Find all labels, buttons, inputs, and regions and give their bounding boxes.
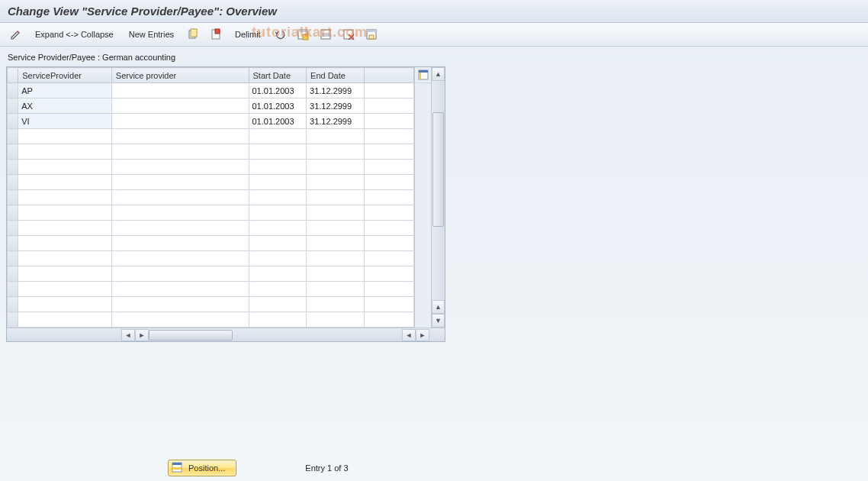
expand-collapse-button[interactable]: Expand <-> Collapse	[31, 30, 118, 39]
row-selector[interactable]	[8, 312, 18, 328]
svg-rect-14	[419, 70, 428, 73]
cell-sp-key[interactable]: AP	[18, 83, 112, 98]
print-icon[interactable]	[362, 26, 381, 43]
position-label: Position...	[188, 463, 225, 473]
position-button[interactable]: Position...	[168, 460, 236, 476]
svg-rect-5	[298, 30, 307, 32]
row-selector[interactable]	[8, 205, 18, 221]
new-entries-button[interactable]: New Entries	[124, 30, 178, 39]
cell-continuation[interactable]	[364, 83, 413, 98]
svg-rect-11	[367, 30, 376, 32]
table-row-empty[interactable]	[8, 129, 414, 144]
page-title: Change View "Service Provider/Payee": Ov…	[8, 5, 277, 18]
cell-sp-desc[interactable]	[111, 114, 249, 129]
table-row-empty[interactable]	[8, 266, 414, 282]
delete-icon[interactable]	[206, 26, 226, 43]
cell-start-date[interactable]: 01.01.2003	[249, 114, 307, 129]
entry-count-label: Entry 1 of 3	[305, 463, 348, 473]
select-block-icon[interactable]	[316, 26, 336, 43]
row-selector[interactable]	[8, 221, 18, 236]
table-row-empty[interactable]	[8, 205, 414, 221]
cell-start-date[interactable]: 01.01.2003	[249, 83, 307, 98]
table-row-empty[interactable]	[8, 297, 414, 312]
scroll-down-small-icon[interactable]: ▲	[432, 300, 445, 314]
toolbar: Expand <-> Collapse New Entries Delimit …	[0, 23, 868, 47]
configure-columns-icon[interactable]	[415, 67, 431, 83]
table-row-empty[interactable]	[8, 221, 414, 236]
svg-rect-8	[321, 33, 330, 37]
row-selector[interactable]	[8, 160, 18, 175]
col-header-end-date[interactable]: End Date	[307, 68, 365, 83]
row-selector[interactable]	[8, 251, 18, 266]
row-selector[interactable]	[8, 114, 18, 129]
table-row[interactable]: AX01.01.200331.12.2999	[8, 98, 414, 114]
scroll-down-icon[interactable]: ▼	[432, 314, 445, 328]
col-header-continuation[interactable]	[364, 68, 413, 83]
table-row-empty[interactable]	[8, 144, 414, 160]
position-icon	[172, 462, 184, 474]
copy-as-icon[interactable]	[183, 26, 203, 43]
toggle-display-change-icon[interactable]	[6, 26, 26, 43]
table-row-empty[interactable]	[8, 236, 414, 251]
cell-sp-key[interactable]: AX	[18, 98, 112, 114]
cell-end-date[interactable]: 31.12.2999	[307, 114, 365, 129]
svg-rect-17	[172, 463, 182, 465]
row-selector[interactable]	[8, 144, 18, 160]
deselect-all-icon[interactable]	[339, 26, 358, 43]
table-row-empty[interactable]	[8, 282, 414, 297]
table-row[interactable]: VI01.01.200331.12.2999	[8, 114, 414, 129]
cell-sp-desc[interactable]	[111, 98, 249, 114]
table-row-empty[interactable]	[8, 251, 414, 266]
row-selector[interactable]	[8, 236, 18, 251]
svg-rect-3	[215, 29, 220, 34]
scroll-right-icon[interactable]: ►	[416, 329, 429, 341]
svg-rect-12	[369, 35, 374, 39]
scroll-left-icon[interactable]: ◄	[121, 329, 135, 341]
table-row-empty[interactable]	[8, 160, 414, 175]
row-selector[interactable]	[8, 190, 18, 205]
cell-end-date[interactable]: 31.12.2999	[307, 83, 365, 98]
col-header-serviceprovider-desc[interactable]: Service provider	[111, 68, 249, 83]
title-bar: Change View "Service Provider/Payee": Ov…	[0, 0, 868, 23]
row-selector[interactable]	[8, 129, 18, 144]
svg-rect-18	[172, 467, 182, 470]
row-selector[interactable]	[8, 297, 18, 312]
horizontal-scrollbar[interactable]: ◄ ► ◄ ►	[7, 328, 445, 341]
subtitle-label: Service Provider/Payee : German accounti…	[0, 47, 868, 65]
row-selector[interactable]	[8, 83, 18, 98]
cell-sp-desc[interactable]	[111, 83, 249, 98]
svg-rect-6	[303, 34, 308, 40]
undo-change-icon[interactable]	[270, 26, 290, 43]
scroll-up-icon[interactable]: ▲	[432, 67, 445, 81]
table-row-empty[interactable]	[8, 190, 414, 205]
table-row-empty[interactable]	[8, 312, 414, 328]
delimit-button[interactable]: Delimit	[230, 30, 265, 39]
row-selector[interactable]	[8, 98, 18, 114]
table-row[interactable]: AP01.01.200331.12.2999	[8, 83, 414, 98]
col-header-serviceprovider-key[interactable]: ServiceProvider	[18, 68, 112, 83]
svg-rect-15	[419, 73, 421, 79]
vertical-scrollbar[interactable]: ▲ ▲ ▼	[431, 67, 445, 328]
row-selector[interactable]	[8, 282, 18, 297]
col-header-start-date[interactable]: Start Date	[249, 68, 307, 83]
grid-table[interactable]: ServiceProvider Service provider Start D…	[7, 67, 414, 328]
cell-continuation[interactable]	[364, 114, 413, 129]
select-all-icon[interactable]	[293, 26, 313, 43]
row-selector[interactable]	[8, 266, 18, 282]
svg-rect-1	[191, 29, 197, 37]
scroll-left-end-icon[interactable]: ◄	[402, 329, 416, 341]
row-selector[interactable]	[8, 175, 18, 190]
cell-sp-key[interactable]: VI	[18, 114, 112, 129]
cell-start-date[interactable]: 01.01.2003	[249, 98, 307, 114]
footer-bar: Position... Entry 1 of 3	[0, 460, 868, 476]
table-row-empty[interactable]	[8, 175, 414, 190]
cell-continuation[interactable]	[364, 98, 413, 114]
data-grid: ServiceProvider Service provider Start D…	[6, 66, 445, 342]
hscroll-thumb[interactable]	[149, 330, 233, 341]
vscroll-thumb[interactable]	[432, 112, 444, 227]
row-selector-header[interactable]	[8, 68, 18, 83]
cell-end-date[interactable]: 31.12.2999	[307, 98, 365, 114]
scroll-right-step-icon[interactable]: ►	[135, 329, 149, 341]
